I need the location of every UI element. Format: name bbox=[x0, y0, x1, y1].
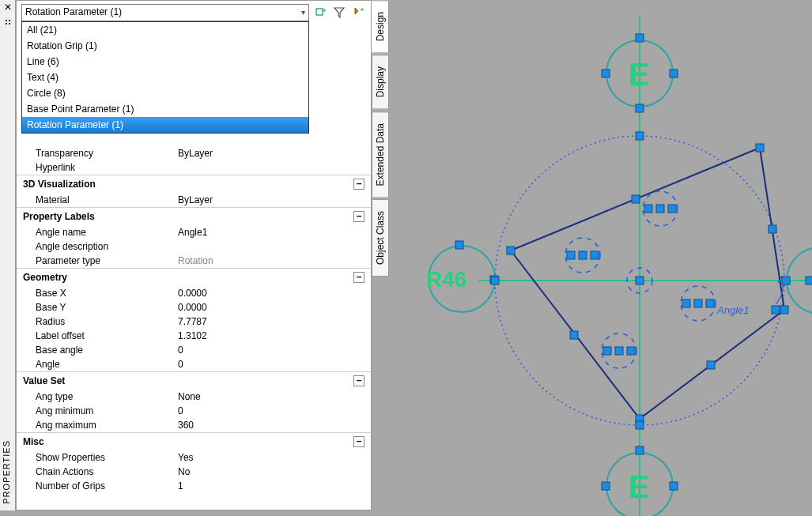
property-row[interactable]: Radius7.7787 bbox=[17, 314, 371, 329]
property-label: Chain Actions bbox=[17, 466, 175, 477]
property-value[interactable]: 0 bbox=[175, 345, 371, 356]
property-value[interactable]: 1 bbox=[175, 480, 371, 492]
property-row[interactable]: Parameter typeRotation bbox=[17, 254, 371, 268]
selection-type-dropdown[interactable]: All (21)Rotation Grip (1)Line (6)Text (4… bbox=[21, 21, 309, 134]
property-row[interactable]: Ang maximum360 bbox=[17, 418, 371, 432]
selection-grip[interactable] bbox=[507, 247, 515, 254]
property-value[interactable]: 7.7787 bbox=[175, 316, 371, 327]
selection-grip[interactable] bbox=[707, 361, 715, 369]
property-value[interactable] bbox=[175, 241, 371, 252]
property-row[interactable]: TransparencyByLayer bbox=[17, 146, 371, 160]
property-row[interactable]: Angle nameAngle1 bbox=[17, 225, 371, 239]
selection-grip[interactable] bbox=[632, 195, 640, 203]
property-row[interactable]: Angle description bbox=[17, 239, 371, 254]
selection-grip[interactable] bbox=[670, 482, 678, 490]
property-value[interactable]: 0.0000 bbox=[175, 288, 371, 299]
dropdown-item[interactable]: Text (4) bbox=[22, 70, 308, 85]
property-row[interactable]: Show PropertiesYes bbox=[17, 450, 371, 465]
selection-grip[interactable] bbox=[694, 299, 702, 307]
property-value[interactable]: ByLayer bbox=[175, 194, 371, 205]
property-value[interactable]: No bbox=[175, 466, 371, 477]
collapse-icon[interactable]: – bbox=[353, 436, 364, 447]
collapse-icon[interactable]: – bbox=[353, 179, 364, 190]
property-value[interactable]: Angle1 bbox=[175, 227, 371, 238]
property-row[interactable]: Base angle0 bbox=[17, 343, 371, 357]
selection-grip[interactable] bbox=[636, 34, 644, 42]
dropdown-item[interactable]: Rotation Parameter (1) bbox=[22, 117, 308, 133]
property-value[interactable]: 0.0000 bbox=[175, 302, 371, 313]
selection-grip[interactable] bbox=[682, 299, 690, 307]
selection-grip[interactable] bbox=[603, 347, 611, 355]
selection-grip[interactable] bbox=[670, 70, 678, 77]
property-row[interactable]: Base Y0.0000 bbox=[17, 300, 371, 314]
section-header[interactable]: Value Set– bbox=[17, 372, 371, 390]
vertical-tab-design[interactable]: Design bbox=[372, 0, 389, 53]
selection-grip[interactable] bbox=[644, 205, 652, 213]
property-value[interactable] bbox=[175, 162, 371, 173]
collapse-icon[interactable]: – bbox=[353, 272, 364, 283]
property-value[interactable]: Yes bbox=[175, 452, 371, 463]
selection-grip[interactable] bbox=[591, 251, 599, 259]
selection-grip[interactable] bbox=[602, 70, 610, 77]
selection-grip[interactable] bbox=[615, 347, 623, 355]
dropdown-item[interactable]: Line (6) bbox=[22, 54, 308, 70]
property-row[interactable]: Label offset1.3102 bbox=[17, 329, 371, 343]
property-row[interactable]: Angle0 bbox=[17, 357, 371, 371]
dropdown-item[interactable]: Circle (8) bbox=[22, 85, 308, 101]
section-header[interactable]: Geometry– bbox=[17, 269, 371, 286]
vertical-tab-object-class[interactable]: Object Class bbox=[372, 199, 389, 277]
selection-grip[interactable] bbox=[782, 277, 790, 284]
section-header[interactable]: 3D Visualization– bbox=[17, 175, 371, 193]
dropdown-item[interactable]: All (21) bbox=[22, 22, 308, 38]
selection-grip[interactable] bbox=[772, 306, 780, 314]
selection-grip[interactable] bbox=[602, 482, 610, 490]
property-row[interactable]: Ang typeNone bbox=[17, 390, 371, 404]
property-row[interactable]: Base X0.0000 bbox=[17, 286, 371, 300]
section-header[interactable]: Misc– bbox=[17, 433, 371, 450]
selection-grip[interactable] bbox=[780, 306, 788, 314]
quick-select-icon[interactable] bbox=[331, 5, 347, 21]
selection-grip[interactable] bbox=[567, 251, 575, 259]
selection-type-combo[interactable]: Rotation Parameter (1) ▾ bbox=[21, 4, 309, 21]
dropdown-item[interactable]: Rotation Grip (1) bbox=[22, 38, 308, 54]
vertical-tab-display[interactable]: Display bbox=[372, 55, 389, 109]
property-row[interactable]: Ang minimum0 bbox=[17, 404, 371, 418]
collapse-icon[interactable]: – bbox=[353, 375, 364, 386]
pin-icon[interactable] bbox=[2, 16, 14, 28]
drawing-canvas[interactable]: E R46 E Angle1 bbox=[410, 0, 812, 516]
selection-grip[interactable] bbox=[636, 421, 644, 429]
property-value[interactable]: None bbox=[175, 391, 371, 402]
selection-grip[interactable] bbox=[627, 347, 635, 355]
selection-grip[interactable] bbox=[636, 132, 644, 140]
selection-grip[interactable] bbox=[579, 251, 587, 259]
property-row[interactable]: Chain ActionsNo bbox=[17, 465, 371, 479]
selection-grip[interactable] bbox=[636, 277, 644, 284]
selection-grip[interactable] bbox=[455, 241, 463, 249]
property-value[interactable]: ByLayer bbox=[175, 148, 371, 159]
selection-grip[interactable] bbox=[769, 225, 776, 233]
selection-grip[interactable] bbox=[756, 144, 764, 152]
selection-grip[interactable] bbox=[636, 104, 644, 112]
collapse-icon[interactable]: – bbox=[353, 211, 364, 222]
property-row[interactable]: Hyperlink bbox=[17, 160, 371, 175]
vertical-tab-extended-data[interactable]: Extended Data bbox=[372, 111, 389, 198]
close-icon[interactable]: ✕ bbox=[2, 2, 14, 14]
selection-grip[interactable] bbox=[806, 277, 812, 284]
property-row[interactable]: MaterialByLayer bbox=[17, 193, 371, 207]
selection-grip[interactable] bbox=[636, 446, 644, 454]
property-value[interactable]: Rotation bbox=[175, 255, 371, 266]
section-header[interactable]: Property Labels– bbox=[17, 208, 371, 225]
selection-grip[interactable] bbox=[668, 205, 676, 213]
property-value[interactable]: 1.3102 bbox=[175, 330, 371, 341]
property-value[interactable]: 0 bbox=[175, 359, 371, 370]
property-value[interactable]: 0 bbox=[175, 405, 371, 416]
property-value[interactable]: 360 bbox=[175, 420, 371, 431]
property-row[interactable]: Number of Grips1 bbox=[17, 479, 371, 493]
selection-grip[interactable] bbox=[706, 299, 714, 307]
add-selection-icon[interactable] bbox=[312, 5, 328, 21]
selection-grip[interactable] bbox=[656, 205, 664, 213]
dropdown-item[interactable]: Base Point Parameter (1) bbox=[22, 101, 308, 117]
select-similar-icon[interactable] bbox=[350, 5, 366, 21]
selection-grip[interactable] bbox=[570, 331, 578, 339]
selection-grip[interactable] bbox=[491, 277, 499, 284]
